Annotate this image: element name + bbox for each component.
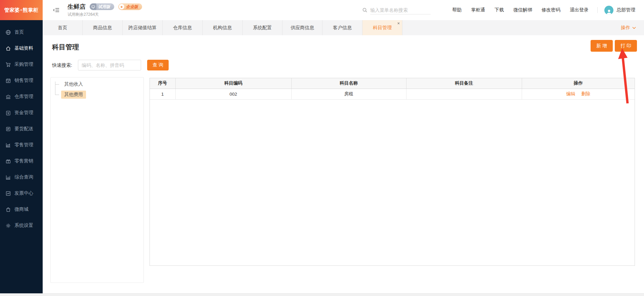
brand-product: 熊掌柜	[23, 7, 39, 13]
download-link[interactable]: 下载	[495, 7, 504, 13]
chevron-down-icon	[632, 27, 636, 29]
sidebar-item-label: 要货配送	[14, 126, 33, 132]
logout-link[interactable]: 退出登录	[570, 7, 589, 13]
bank-icon	[5, 94, 11, 100]
sidebar-item-label: 资金管理	[14, 110, 33, 116]
query-button[interactable]: 查 询	[147, 60, 169, 70]
enterprise-version-badge: ★ 企业版	[118, 3, 142, 10]
add-button[interactable]: 新 增	[591, 40, 613, 52]
tab-label: 跨店储值结算	[128, 25, 157, 31]
cell-code: 002	[175, 89, 291, 99]
sidebar-item-label: 综合查询	[14, 174, 33, 180]
bar-chart-icon	[5, 175, 11, 180]
tab-label: 首页	[58, 25, 67, 31]
horizontal-scrollbar[interactable]	[0, 293, 644, 296]
tree-item-other-income[interactable]: 其他收入	[61, 80, 86, 88]
sidebar-item-label: 零售管理	[14, 142, 33, 148]
sidebar-item-retail-marketing[interactable]: 零售营销	[0, 153, 43, 169]
tab-customer-info[interactable]: 客户信息	[323, 20, 362, 35]
star-icon: ★	[119, 4, 124, 9]
tab-system-config[interactable]: 系统配置	[243, 20, 283, 35]
sidebar-item-invoice[interactable]: 发票中心	[0, 185, 43, 201]
sidebar-item-label: 仓库管理	[14, 94, 33, 100]
sidebar-item-label: 采购管理	[14, 61, 33, 67]
current-user[interactable]: 总部管理	[616, 7, 635, 13]
edit-link[interactable]: 编辑	[566, 91, 575, 96]
sidebar-item-funds[interactable]: 资金管理	[0, 105, 43, 121]
subject-tree-panel: 其他收入 其他费用	[50, 77, 144, 283]
sidebar: 管家婆®熊掌柜 首页 基础资料 采购管理 销售管理 仓库管理	[0, 0, 43, 296]
sidebar-nav: 首页 基础资料 采购管理 销售管理 仓库管理 资金管理	[0, 20, 43, 234]
table-header-row: 序号 科目编码 科目名称 科目备注 操作	[150, 78, 635, 89]
brand-name: 管家婆	[4, 7, 20, 13]
app-window: 管家婆®熊掌柜 首页 基础资料 采购管理 销售管理 仓库管理	[0, 0, 644, 296]
sidebar-item-purchase[interactable]: 采购管理	[0, 56, 43, 72]
sidebar-item-retail[interactable]: 零售管理	[0, 137, 43, 153]
delete-link[interactable]: 删除	[581, 91, 590, 96]
brand-logo: 管家婆®熊掌柜	[0, 0, 43, 20]
subject-table: 序号 科目编码 科目名称 科目备注 操作 1 002 房租 编辑	[149, 78, 635, 266]
sidebar-item-home[interactable]: 首页	[0, 24, 43, 40]
column-header-note: 科目备注	[406, 78, 522, 89]
sidebar-item-sales[interactable]: 销售管理	[0, 72, 43, 89]
sidebar-item-delivery[interactable]: 要货配送	[0, 121, 43, 137]
trend-chart-icon	[5, 191, 11, 196]
tab-label: 机构信息	[213, 25, 232, 31]
sidebar-item-label: 零售营销	[14, 158, 33, 164]
tab-label: 仓库信息	[173, 25, 192, 31]
tab-goods-info[interactable]: 商品信息	[83, 20, 123, 35]
tab-label: 科目管理	[373, 25, 392, 31]
tab-bar: 首页 商品信息 跨店储值结算 仓库信息 机构信息 系统配置 供应商信息 客户信息…	[43, 20, 644, 35]
tab-home[interactable]: 首页	[43, 20, 83, 35]
sidebar-item-micro-mall[interactable]: 微商城	[0, 201, 43, 217]
actions-label: 操作	[621, 25, 630, 31]
sidebar-item-label: 微商城	[14, 206, 29, 212]
money-icon	[5, 110, 11, 116]
collapse-menu-icon[interactable]	[53, 6, 60, 14]
tree-connector-tick	[55, 84, 59, 85]
tree-connector-line	[55, 82, 55, 95]
tab-warehouse-info[interactable]: 仓库信息	[163, 20, 203, 35]
print-button[interactable]: 打 印	[615, 40, 637, 52]
store-name: 生鲜店	[68, 3, 86, 11]
area-chart-icon	[5, 142, 11, 148]
zhangguitong-link[interactable]: 掌柜通	[471, 7, 485, 13]
column-header-code: 科目编码	[175, 78, 291, 89]
gear-icon	[5, 223, 11, 229]
column-header-name: 科目名称	[291, 78, 406, 89]
tab-subject-management[interactable]: 科目管理 ×	[362, 20, 402, 35]
close-icon[interactable]: ×	[397, 21, 400, 26]
enterprise-badge-label: 企业版	[126, 4, 138, 10]
avatar[interactable]	[604, 6, 613, 15]
wechat-unbind-link[interactable]: 微信解绑	[513, 7, 532, 13]
sidebar-item-query[interactable]: 综合查询	[0, 169, 43, 185]
trial-remaining-text: 试用剩余27264天	[68, 12, 142, 17]
sidebar-item-basic-data[interactable]: 基础资料	[0, 40, 43, 56]
sidebar-item-label: 首页	[14, 29, 24, 35]
tab-supplier-info[interactable]: 供应商信息	[283, 20, 323, 35]
change-password-link[interactable]: 修改密码	[542, 7, 560, 13]
page-title: 科目管理	[52, 43, 79, 52]
top-header: 生鲜店 试用版 ★ 企业版 试用剩余27264天 帮助 掌柜通	[43, 0, 644, 20]
tree-item-other-expense[interactable]: 其他费用	[61, 91, 86, 99]
tab-actions-dropdown[interactable]: 操作	[621, 20, 636, 35]
sidebar-item-warehouse[interactable]: 仓库管理	[0, 89, 43, 105]
gift-icon	[5, 158, 11, 164]
menu-search	[362, 6, 431, 14]
tab-label: 系统配置	[253, 25, 272, 31]
tab-cross-store-settlement[interactable]: 跨店储值结算	[123, 20, 163, 35]
quick-search-input[interactable]	[78, 60, 141, 70]
menu-search-input[interactable]	[370, 6, 431, 14]
search-icon	[362, 7, 368, 13]
tab-label: 供应商信息	[291, 25, 314, 31]
help-link[interactable]: 帮助	[452, 7, 462, 13]
cell-note	[406, 89, 522, 99]
tab-org-info[interactable]: 机构信息	[203, 20, 243, 35]
sidebar-item-settings[interactable]: 系统设置	[0, 217, 43, 234]
column-header-seq: 序号	[150, 78, 175, 89]
list-box-icon	[5, 126, 11, 132]
globe-icon	[5, 30, 11, 35]
cell-seq: 1	[150, 89, 175, 99]
cart-icon	[5, 62, 11, 67]
trial-version-badge: 试用版	[90, 3, 114, 10]
